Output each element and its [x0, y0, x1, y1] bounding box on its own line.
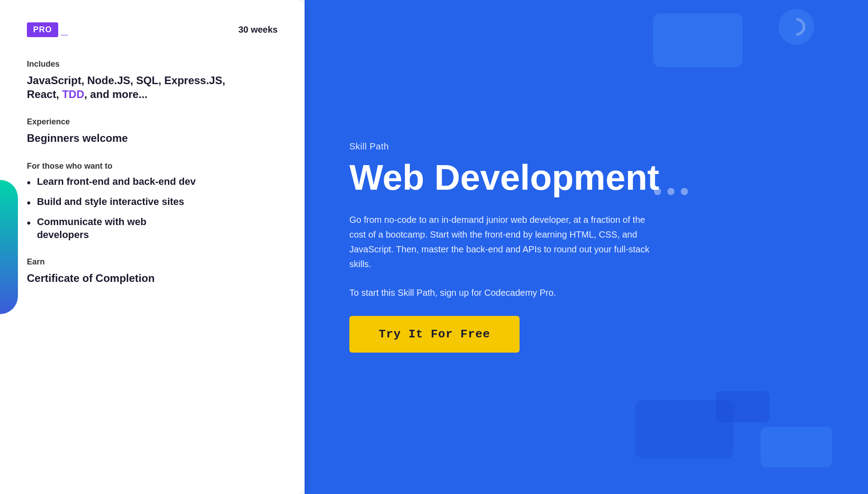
signup-note: To start this Skill Path, sign up for Co…: [349, 288, 823, 298]
pro-badge: PRO: [27, 22, 58, 37]
includes-content: JavaScript, Node.JS, SQL, Express.JS, Re…: [27, 73, 278, 101]
includes-text-1: JavaScript, Node.JS, SQL, Express.JS,: [27, 74, 225, 86]
deco-dot-1: [654, 188, 661, 195]
left-panel: PRO _ 30 weeks Includes JavaScript, Node…: [0, 0, 305, 494]
earn-section: Earn Certificate of Completion: [27, 257, 278, 285]
bullet-item-1: Learn front-end and back-end dev: [27, 175, 278, 189]
description: Go from no-code to an in-demand junior w…: [349, 213, 654, 272]
weeks-label: 30 weeks: [238, 25, 278, 35]
deco-arrow-icon: [784, 14, 809, 40]
experience-value: Beginners welcome: [27, 131, 278, 145]
main-title: Web Development: [349, 159, 823, 196]
includes-section: Includes JavaScript, Node.JS, SQL, Expre…: [27, 60, 278, 101]
deco-shape-3: [761, 427, 832, 467]
skill-path-label: Skill Path: [349, 141, 823, 152]
deco-shape-1: [653, 13, 743, 67]
deco-shape-2: [778, 9, 814, 45]
includes-label: Includes: [27, 60, 278, 69]
deco-dot-3: [681, 188, 688, 195]
experience-section: Experience Beginners welcome: [27, 117, 278, 145]
includes-text-3: , and more...: [84, 88, 147, 100]
pro-cursor: _: [61, 23, 68, 37]
bullet-3-text: Communicate with web developers: [37, 216, 146, 241]
bullet-item-2: Build and style interactive sites: [27, 196, 278, 209]
bullet-list: Learn front-end and back-end dev Build a…: [27, 175, 278, 242]
cta-button[interactable]: Try It For Free: [349, 316, 520, 353]
for-those-label: For those who want to: [27, 162, 278, 171]
deco-dots: [654, 188, 688, 195]
deco-shape-5: [635, 400, 734, 458]
earn-value: Certificate of Completion: [27, 271, 278, 285]
bullet-item-3: Communicate with web developers: [27, 216, 278, 241]
includes-highlight: TDD: [62, 88, 84, 100]
right-panel: Skill Path Web Development Go from no-co…: [305, 0, 868, 494]
for-those-section: For those who want to Learn front-end an…: [27, 162, 278, 242]
deco-dot-2: [667, 188, 675, 195]
experience-label: Experience: [27, 117, 278, 127]
card-header: PRO _ 30 weeks: [27, 22, 278, 37]
includes-text-2: React,: [27, 88, 62, 100]
pro-label-wrapper: PRO _: [27, 22, 68, 37]
earn-label: Earn: [27, 257, 278, 267]
